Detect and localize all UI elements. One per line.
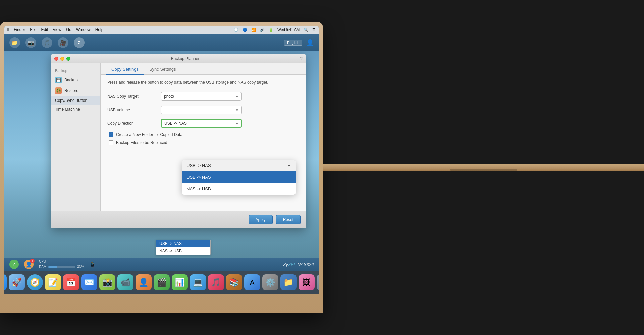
- backup-files-checkbox[interactable]: [109, 140, 113, 145]
- status-check-icon: ✓: [9, 260, 19, 269]
- apple-logo-icon: : [7, 27, 9, 32]
- laptop-shell:  Finder File Edit View Go Window Help 🕐…: [0, 22, 323, 313]
- list-icon[interactable]: ☰: [312, 28, 316, 32]
- nas-icon-video[interactable]: 🎥: [58, 37, 68, 48]
- nas-copy-target-row: NAS Copy Target photo ▼: [107, 92, 299, 101]
- desktop-content: Backup Planner ? Backup 💾 Backup: [4, 51, 319, 294]
- dock-trash[interactable]: 🗑: [317, 274, 319, 290]
- window-maximize-button[interactable]: [66, 57, 70, 61]
- phone-icon: 📱: [89, 261, 96, 268]
- inline-option-usb-nas[interactable]: USB -> NAS: [156, 240, 210, 247]
- user-icon[interactable]: 👤: [306, 39, 314, 46]
- nas-icon-folder[interactable]: 📁: [9, 37, 20, 48]
- dock-mail[interactable]: ✉️: [81, 274, 97, 290]
- dock-finder[interactable]: 🗂: [4, 274, 7, 290]
- dock-music[interactable]: 🎵: [208, 274, 224, 290]
- ram-progress-bar: [48, 266, 75, 268]
- dock-facetime[interactable]: 📹: [117, 274, 133, 290]
- tab-copy-settings[interactable]: Copy Settings: [106, 63, 144, 75]
- cpu-ram-info: CPU RAM 33%: [39, 259, 84, 270]
- search-icon[interactable]: 🔍: [304, 28, 308, 32]
- reset-button[interactable]: Reset: [276, 215, 301, 224]
- window-sidebar: Backup 💾 Backup ♻️ Restore Copy/Sync But…: [51, 63, 101, 211]
- language-selector[interactable]: English: [284, 40, 302, 46]
- sidebar-item-timemachine[interactable]: Time Machine: [51, 105, 100, 114]
- window-controls: [54, 57, 70, 61]
- create-folder-checkbox[interactable]: [109, 132, 113, 137]
- menubar-right: 🕐 🔵 📶 🔊 🔋 Wed 9:41 AM 🔍 ☰: [234, 28, 316, 32]
- menu-file[interactable]: File: [30, 27, 36, 32]
- usb-volume-control: ▼: [161, 106, 241, 114]
- apply-button[interactable]: Apply: [249, 215, 273, 224]
- dock-files[interactable]: 📁: [280, 274, 297, 290]
- create-folder-label: Create a New Folder for Copied Data: [116, 132, 182, 137]
- copy-direction-select[interactable]: USB -> NAS NAS -> USB: [161, 119, 241, 128]
- dock-calendar[interactable]: 📅: [63, 274, 79, 290]
- create-folder-row: Create a New Folder for Copied Data: [107, 132, 299, 137]
- window-help-icon[interactable]: ?: [300, 56, 303, 61]
- tab-sync-settings[interactable]: Sync Settings: [144, 63, 181, 75]
- dropdown-option-usb-nas[interactable]: USB -> NAS: [182, 171, 296, 183]
- dock-safari[interactable]: 🧭: [27, 274, 43, 290]
- dock-ibooks[interactable]: 📚: [226, 274, 242, 290]
- nas-copy-target-select[interactable]: photo: [161, 92, 241, 101]
- menubar:  Finder File Edit View Go Window Help 🕐…: [4, 26, 319, 34]
- inline-dropdown: USB -> NAS NAS -> USB: [156, 240, 211, 255]
- dock-notes[interactable]: 📝: [45, 274, 61, 290]
- window-close-button[interactable]: [54, 57, 58, 61]
- copy-direction-label: Copy Direction: [107, 121, 161, 126]
- laptop-base: [323, 164, 644, 171]
- menu-edit[interactable]: Edit: [41, 27, 48, 32]
- copy-direction-dropdown: USB -> NAS ▼ USB -> NAS NAS -> USB: [182, 160, 296, 195]
- battery-icon: 🔋: [269, 28, 273, 32]
- menu-window[interactable]: Window: [76, 27, 91, 32]
- sidebar-item-copysync[interactable]: Copy/Sync Button: [51, 96, 100, 105]
- dropdown-option-nas-usb[interactable]: NAS -> USB: [182, 183, 296, 195]
- dock-iphoto[interactable]: 📸: [99, 274, 115, 290]
- nas-icon-zyxel[interactable]: Z: [74, 37, 85, 48]
- bluetooth-icon: 🔵: [243, 28, 247, 32]
- tab-bar: Copy Settings Sync Settings: [101, 63, 306, 75]
- dock-migration[interactable]: 💻: [190, 274, 206, 290]
- menu-view[interactable]: View: [53, 27, 61, 32]
- menu-help[interactable]: Help: [95, 27, 104, 32]
- backup-files-row: Backup Files to be Replaced: [107, 140, 299, 145]
- backup-files-label: Backup Files to be Replaced: [116, 140, 167, 145]
- dock-photos[interactable]: 🖼: [299, 274, 315, 290]
- ram-label: RAM: [39, 264, 46, 270]
- user-badge-count: 1: [30, 259, 35, 263]
- usb-volume-select[interactable]: [161, 106, 241, 114]
- nas-topbar: 📁 📷 🎵 🎥 Z English 👤: [4, 34, 319, 51]
- backup-planner-window: Backup Planner ? Backup 💾 Backup: [51, 54, 306, 228]
- nas-brand: ZyXEL NAS326: [283, 262, 314, 267]
- backup-icon: 💾: [55, 77, 62, 83]
- menu-go[interactable]: Go: [66, 27, 71, 32]
- dock-contacts[interactable]: 👤: [136, 274, 152, 290]
- dock-system-preferences[interactable]: ⚙️: [262, 274, 278, 290]
- restore-icon: ♻️: [55, 87, 62, 94]
- menu-finder[interactable]: Finder: [14, 27, 25, 32]
- nas-icon-music[interactable]: 🎵: [42, 37, 52, 48]
- sidebar-item-restore[interactable]: ♻️ Restore: [51, 85, 100, 96]
- usb-volume-label: USB Volume: [107, 108, 161, 112]
- window-minimize-button[interactable]: [60, 57, 64, 61]
- dock-appstore[interactable]: A: [244, 274, 260, 290]
- dock-numbers[interactable]: 📊: [172, 274, 188, 290]
- dropdown-header-label: USB -> NAS: [186, 163, 211, 168]
- nas-copy-target-control: photo ▼: [161, 92, 241, 101]
- dock-launchpad[interactable]: 🚀: [9, 274, 25, 290]
- cpu-label: CPU: [39, 259, 84, 264]
- inline-option-nas-usb[interactable]: NAS -> USB: [156, 247, 210, 255]
- ram-progress-fill: [48, 266, 57, 268]
- copy-direction-control: USB -> NAS NAS -> USB ▼: [161, 119, 241, 128]
- user-status-icon[interactable]: 👤 1: [24, 260, 34, 269]
- dropdown-header[interactable]: USB -> NAS ▼: [182, 160, 296, 171]
- nas-topbar-right: English 👤: [284, 39, 314, 46]
- nas-copy-target-label: NAS Copy Target: [107, 94, 161, 99]
- ram-percent: 33%: [77, 264, 84, 270]
- sidebar-item-backup[interactable]: 💾 Backup: [51, 75, 100, 85]
- dock: 🗂 🚀 🧭 📝 📅 ✉️ 📸 📹 👤 🎬 📊 💻 🎵 📚 A ⚙️: [4, 271, 319, 294]
- nas-icon-camera[interactable]: 📷: [25, 37, 36, 48]
- window-titlebar: Backup Planner ?: [51, 54, 306, 63]
- dock-imovie[interactable]: 🎬: [154, 274, 170, 290]
